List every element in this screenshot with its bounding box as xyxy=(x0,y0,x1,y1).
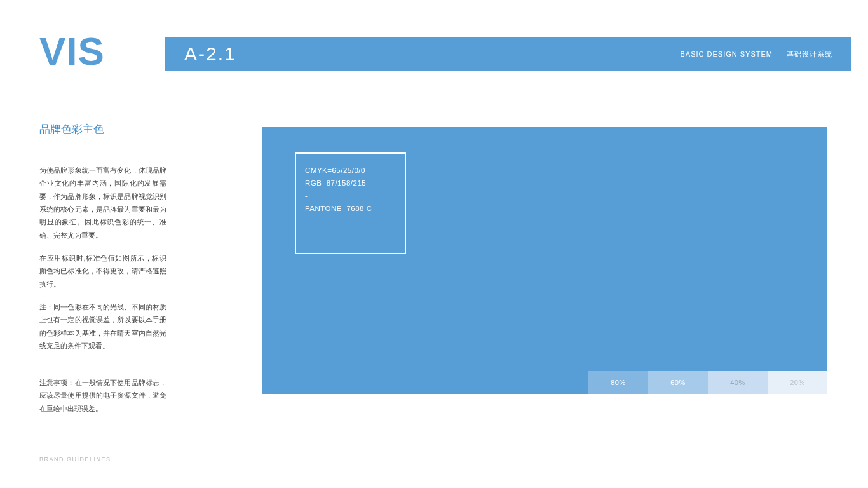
swatch-pantone: PANTONE 7688 C xyxy=(305,202,396,215)
header-bar: A-2.1 BASIC DESIGN SYSTEM 基础设计系统 xyxy=(165,37,851,71)
section-title: 品牌色彩主色 xyxy=(39,122,166,146)
page-code: A-2.1 xyxy=(184,43,236,65)
paragraph-1: 为使品牌形象统一而富有变化，体现品牌企业文化的丰富内涵，国际化的发展需要，作为品… xyxy=(39,164,166,241)
tint-80: 80% xyxy=(588,371,648,394)
swatch-panel: CMYK=65/25/0/0 RGB=87/158/215 - PANTONE … xyxy=(262,127,827,394)
header-cn: 基础设计系统 xyxy=(787,50,832,59)
swatch-rgb: RGB=87/158/215 xyxy=(305,177,396,189)
tint-scale: 80% 60% 40% 20% xyxy=(588,371,827,394)
note-text: 注意事项：在一般情况下使用品牌标志，应该尽量使用提供的电子资源文件，避免在重绘中… xyxy=(39,376,166,415)
swatch-dash: - xyxy=(305,189,396,202)
footer-brand: BRAND GUIDELINES xyxy=(39,456,111,463)
body-text: 为使品牌形象统一而富有变化，体现品牌企业文化的丰富内涵，国际化的发展需要，作为品… xyxy=(39,164,166,352)
tint-60: 60% xyxy=(648,371,708,394)
vis-logo: VIS xyxy=(39,32,105,71)
left-column: 品牌色彩主色 为使品牌形象统一而富有变化，体现品牌企业文化的丰富内涵，国际化的发… xyxy=(39,122,166,362)
swatch-spec-box: CMYK=65/25/0/0 RGB=87/158/215 - PANTONE … xyxy=(295,152,406,254)
paragraph-3: 注：同一色彩在不同的光线、不同的材质上也有一定的视觉误差，所以要以本手册的色彩样… xyxy=(39,301,166,352)
swatch-cmyk: CMYK=65/25/0/0 xyxy=(305,164,396,177)
header-en: BASIC DESIGN SYSTEM xyxy=(680,50,773,58)
tint-40: 40% xyxy=(708,371,768,394)
paragraph-2: 在应用标识时,标准色值如图所示，标识颜色均已标准化，不得更改，请严格遵照执行。 xyxy=(39,252,166,290)
tint-20: 20% xyxy=(768,371,827,394)
header-right: BASIC DESIGN SYSTEM 基础设计系统 xyxy=(680,50,832,59)
